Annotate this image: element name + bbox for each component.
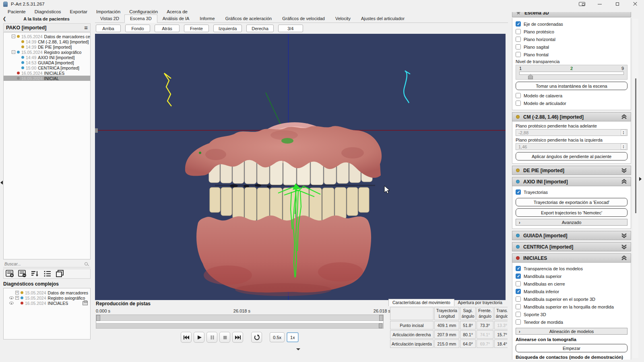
checkbox-mandibulas-en-cierre[interactable]: Mandíbulas en cierre bbox=[516, 280, 627, 288]
checkbox-trayectorias[interactable]: Trayectorias bbox=[516, 188, 627, 196]
search-input[interactable] bbox=[4, 261, 85, 266]
collapse-section-icon[interactable] bbox=[621, 255, 627, 261]
hamburger-menu-icon[interactable] bbox=[84, 26, 88, 30]
collapse-icon[interactable] bbox=[12, 50, 15, 54]
complex-tree-row[interactable]: 15.05.2024 Datos de marcadores bbox=[4, 290, 90, 295]
stop-button[interactable] bbox=[219, 332, 230, 343]
tab-graficos-aceleracion[interactable]: Gráficos de aceleración bbox=[220, 15, 277, 23]
back-to-patient-list[interactable]: ❮ A la lista de pacientes bbox=[0, 15, 93, 23]
add-diagnostic-button[interactable] bbox=[5, 269, 15, 278]
complex-tree-row[interactable]: 16.05.2024 INICIALES bbox=[4, 300, 90, 306]
checkbox-soporte-3d[interactable]: Soporte 3D bbox=[516, 311, 627, 318]
tab-escena-3d[interactable]: Escena 3D bbox=[124, 14, 157, 23]
menu-item-diagnosticos[interactable]: Diagnósticos bbox=[30, 9, 66, 14]
pitch-forward-spinner[interactable]: -2,88 ▲▼ bbox=[516, 129, 627, 136]
checkbox-eje-de-coordenadas[interactable]: Eje de coordenadas bbox=[516, 20, 627, 28]
sort-button[interactable] bbox=[30, 269, 40, 278]
apply-pitch-angles-button[interactable]: Aplicar ángulos de pendiente al paciente bbox=[516, 152, 627, 160]
tree-row[interactable]: 14:49 AXIO INI [imported] bbox=[4, 55, 90, 60]
spinner-arrows-icon[interactable]: ▲▼ bbox=[621, 144, 626, 150]
visibility-icon[interactable] bbox=[9, 296, 14, 299]
tab-apertura-trayectoria[interactable]: Apertura por trayectoria bbox=[454, 299, 506, 306]
collapse-section-icon[interactable] bbox=[621, 179, 627, 184]
export-nemotec-button[interactable]: Export trajectories to 'Nemotec' bbox=[516, 208, 627, 217]
view-frente-button[interactable]: Frente bbox=[184, 25, 209, 32]
model-alignment-expander[interactable]: › Alineación de modelos bbox=[516, 328, 627, 335]
tab-vistas-2d[interactable]: Vistas 2D bbox=[95, 15, 124, 23]
expand-icon[interactable] bbox=[15, 291, 19, 294]
tab-ajustes-articulador[interactable]: Ajustes del articulador bbox=[356, 15, 410, 23]
checkbox-transparencia-modelos[interactable]: Transparencia de los modelos bbox=[516, 265, 627, 272]
tab-informe[interactable]: Informe bbox=[194, 15, 220, 23]
tree-row[interactable]: 16.05.2024 INICIALES bbox=[4, 70, 90, 76]
checkbox-mandibula-inferior[interactable]: Mandíbula inferior bbox=[516, 288, 627, 295]
expand-section-icon[interactable] bbox=[621, 168, 627, 173]
collapse-left-pane-icon[interactable] bbox=[0, 181, 3, 185]
tree-row[interactable]: 14:39 CM (-2.88, 1.46) [imported] bbox=[4, 39, 90, 44]
tab-analisis-ia[interactable]: Análisis de IA bbox=[157, 15, 195, 23]
view-derecha-button[interactable]: Derecha bbox=[246, 25, 274, 32]
tree-row[interactable]: 15.05.2024 Datos de marcadores central bbox=[4, 34, 90, 39]
start-tomography-button[interactable]: Empezar bbox=[516, 344, 627, 352]
checkbox-mandibula-superior[interactable]: Mandíbula superior bbox=[516, 272, 627, 280]
collapse-section-icon[interactable] bbox=[621, 114, 627, 119]
range-end-handle[interactable] bbox=[379, 315, 383, 321]
complex-tree-row[interactable]: 15.05.2024 Registro axiográfico bbox=[4, 295, 90, 300]
pause-button[interactable] bbox=[206, 332, 217, 343]
menu-item-configuracion[interactable]: Configuración bbox=[125, 9, 162, 14]
checkbox-mandibula-superior-horquilla[interactable]: Mandíbula superior en la horquilla de mo… bbox=[516, 303, 627, 311]
advanced-expander[interactable]: › Avanzado bbox=[516, 219, 627, 226]
printer-icon[interactable] bbox=[83, 301, 88, 305]
checkbox-plano-protesico[interactable]: Plano protésico bbox=[516, 28, 627, 35]
skip-to-end-button[interactable] bbox=[232, 332, 243, 343]
loop-button[interactable] bbox=[251, 332, 262, 343]
maximize-button[interactable] bbox=[609, 0, 626, 8]
snapshot-button[interactable]: Tomar una instantánea de la escena bbox=[516, 82, 627, 90]
section-header-centrica[interactable]: CENTRICA [imported] bbox=[512, 242, 631, 251]
collapse-icon[interactable] bbox=[12, 35, 15, 38]
tablet-mode-button[interactable] bbox=[573, 0, 591, 8]
section-header-axio-ini[interactable]: AXIO INI [imported] bbox=[512, 177, 631, 186]
pitch-left-spinner[interactable]: 1,46 ▲▼ bbox=[516, 143, 627, 150]
checkbox-plano-horizontal[interactable]: Plano horizontal bbox=[516, 35, 627, 43]
section-header-guiada[interactable]: GUIADA [imported] bbox=[512, 231, 631, 240]
section-header-de-pie[interactable]: DE PIE [imported] bbox=[512, 166, 631, 175]
checkbox-modelo-calavera[interactable]: Modelo de calavera bbox=[516, 92, 627, 99]
tab-graficos-velocidad[interactable]: Gráficos de velocidad bbox=[277, 15, 330, 23]
menu-item-acerca-de[interactable]: Acerca de bbox=[162, 9, 192, 14]
section-header-iniciales[interactable]: INICIALES bbox=[512, 253, 631, 263]
checkbox-plano-frontal[interactable]: Plano frontal bbox=[516, 51, 627, 58]
expand-section-icon[interactable] bbox=[621, 233, 627, 238]
view-fondo-button[interactable]: Fondo bbox=[125, 25, 150, 32]
tab-caracteristicas-movimiento[interactable]: Características del movimiento bbox=[388, 299, 454, 306]
playhead-handle[interactable] bbox=[379, 323, 382, 328]
checkbox-mandibula-superior-soporte-3d[interactable]: Mandíbula superior en el soporte 3D bbox=[516, 295, 627, 303]
tree-row[interactable]: 15.05.2024 Registro axiográfico bbox=[4, 49, 90, 55]
tab-velocity[interactable]: Velocity bbox=[330, 15, 356, 23]
duplicate-button[interactable] bbox=[55, 269, 65, 278]
expand-section-icon[interactable] bbox=[621, 244, 627, 249]
checkbox-tenedor-de-mordida[interactable]: Tenedor de mordida bbox=[516, 318, 627, 326]
expand-icon[interactable] bbox=[15, 296, 19, 300]
collapse-bottom-panel-icon[interactable] bbox=[296, 348, 300, 350]
speed-normal-button[interactable]: 1x bbox=[287, 332, 299, 342]
view-atras-button[interactable]: Atrás bbox=[155, 25, 180, 32]
skip-to-start-button[interactable] bbox=[181, 332, 192, 343]
minimize-button[interactable] bbox=[591, 0, 609, 8]
tree-row[interactable]: 15:00 CENTRICA [imported] bbox=[4, 65, 90, 70]
tree-row[interactable]: 14:39 DE PIE [imported] bbox=[4, 44, 90, 49]
menu-item-exportar[interactable]: Exportar bbox=[66, 9, 92, 14]
speed-half-button[interactable]: 0.5x bbox=[270, 332, 285, 342]
tree-row[interactable]: 14:53 GUIADA [imported] bbox=[4, 60, 90, 65]
timeline-slider[interactable] bbox=[96, 315, 384, 329]
menu-item-paciente[interactable]: Paciente bbox=[3, 9, 30, 14]
slider-groove[interactable] bbox=[519, 72, 624, 75]
checkbox-plano-sagital[interactable]: Plano sagital bbox=[516, 43, 627, 51]
range-start-handle[interactable] bbox=[96, 315, 100, 321]
export-exocad-button[interactable]: Trayectorias de exportación a 'Exocad' bbox=[516, 198, 627, 206]
tree-row-selected[interactable]: 16.05.2024 INICIAL bbox=[4, 76, 90, 81]
collapse-right-pane-icon[interactable] bbox=[639, 177, 642, 181]
scrollbar-thumb[interactable] bbox=[635, 78, 636, 213]
scene-3d-viewport[interactable] bbox=[95, 34, 506, 300]
close-button[interactable] bbox=[626, 0, 644, 8]
